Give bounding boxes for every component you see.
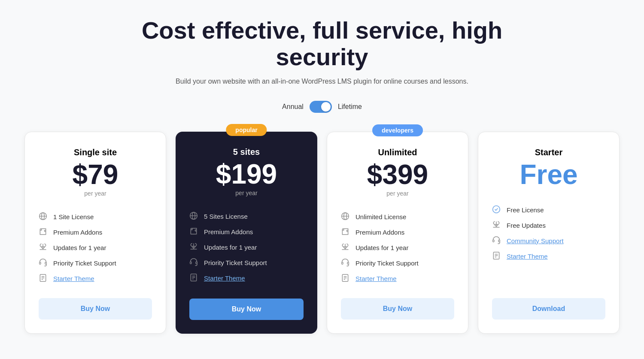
globe-icon — [39, 212, 48, 221]
svg-rect-22 — [347, 262, 349, 264]
document-icon — [341, 274, 350, 283]
feature-item: Starter Theme — [492, 248, 605, 264]
toggle-track[interactable] — [310, 101, 332, 113]
feature-item: Community Support — [492, 233, 605, 248]
annual-label: Annual — [282, 103, 304, 111]
document-icon — [189, 273, 199, 283]
feature-text: Updates for 1 year — [53, 244, 106, 251]
feature-text: Updates for 1 year — [355, 244, 408, 251]
feature-item: Priority Ticket Support — [189, 255, 304, 270]
globe-icon — [189, 211, 199, 221]
plan-name-starter: Starter — [492, 148, 605, 157]
feature-text: Updates for 1 year — [204, 244, 257, 251]
feature-item: Starter Theme — [189, 270, 304, 286]
feature-text: Premium Addons — [355, 229, 404, 236]
plan-price-starter: Free — [492, 161, 605, 188]
download-icon — [189, 242, 199, 252]
pricing-card-starter: StarterFree Free License Free Updates Co… — [478, 132, 620, 334]
plan-price-unlimited: $399 — [341, 161, 454, 188]
feature-item: 1 Site License — [39, 209, 152, 224]
page-title: Cost effective, full service, high secur… — [129, 17, 515, 70]
feature-text: 1 Site License — [53, 213, 94, 220]
download-icon — [492, 220, 501, 230]
download-icon — [341, 243, 350, 252]
feature-text: Priority Ticket Support — [355, 259, 419, 267]
feature-link[interactable]: Starter Theme — [355, 275, 397, 282]
pricing-card-five-sites: popular5 sites$199per year 5 Sites Licen… — [176, 132, 317, 334]
feature-text: Premium Addons — [204, 228, 253, 235]
plan-period-single-site: per year — [39, 190, 152, 197]
plan-name-five-sites: 5 sites — [189, 147, 304, 157]
plan-price-five-sites: $199 — [189, 160, 304, 188]
feature-item: Premium Addons — [341, 224, 454, 240]
svg-rect-21 — [342, 262, 343, 264]
toggle-thumb — [321, 102, 331, 112]
document-icon — [39, 274, 48, 283]
headset-icon — [39, 258, 48, 268]
billing-toggle[interactable]: Annual Lifetime — [282, 101, 362, 113]
feature-link[interactable]: Starter Theme — [53, 275, 94, 282]
feature-item: Updates for 1 year — [341, 240, 454, 255]
check-icon — [492, 205, 501, 214]
svg-rect-4 — [45, 262, 46, 264]
feature-item: Premium Addons — [189, 224, 304, 239]
feature-link[interactable]: Community Support — [507, 237, 564, 244]
feature-item: Updates for 1 year — [189, 239, 304, 255]
pricing-card-single-site: Single site$79per year 1 Site License Pr… — [24, 132, 166, 334]
headset-icon — [492, 236, 501, 245]
puzzle-icon — [341, 227, 350, 237]
feature-text: Free License — [507, 206, 544, 214]
headset-icon — [189, 258, 199, 267]
features-list-starter: Free License Free Updates Community Supp… — [492, 202, 605, 286]
feature-item: Starter Theme — [39, 271, 152, 286]
download-icon — [39, 243, 48, 252]
feature-item: Priority Ticket Support — [39, 255, 152, 271]
feature-item: Premium Addons — [39, 224, 152, 240]
cta-button-unlimited[interactable]: Buy Now — [341, 298, 454, 320]
svg-point-27 — [493, 206, 500, 213]
plan-name-unlimited: Unlimited — [341, 148, 454, 157]
feature-item: Unlimited License — [341, 209, 454, 224]
cta-button-five-sites[interactable]: Buy Now — [189, 299, 304, 320]
plan-period-unlimited: per year — [341, 190, 454, 197]
cta-button-single-site[interactable]: Buy Now — [39, 298, 152, 320]
features-list-unlimited: Unlimited License Premium Addons Updates… — [341, 209, 454, 286]
badge-popular: popular — [226, 124, 267, 136]
plan-period-five-sites: per year — [189, 190, 304, 196]
feature-item: Updates for 1 year — [39, 240, 152, 255]
feature-item: Free License — [492, 202, 605, 217]
page-subtitle: Build your own website with an all-in-on… — [176, 78, 468, 85]
svg-rect-13 — [196, 262, 197, 264]
cta-button-starter[interactable]: Download — [492, 298, 605, 320]
feature-link[interactable]: Starter Theme — [507, 253, 548, 260]
svg-rect-28 — [493, 240, 494, 242]
feature-text: 5 Sites License — [204, 213, 248, 220]
plan-name-single-site: Single site — [39, 148, 152, 157]
pricing-card-unlimited: developersUnlimited$399per year Unlimite… — [327, 132, 468, 334]
feature-item: 5 Sites License — [189, 208, 304, 224]
feature-item: Free Updates — [492, 217, 605, 233]
feature-text: Premium Addons — [53, 229, 102, 236]
features-list-single-site: 1 Site License Premium Addons Updates fo… — [39, 209, 152, 286]
pricing-cards: Single site$79per year 1 Site License Pr… — [21, 132, 623, 334]
puzzle-icon — [189, 227, 199, 236]
feature-item: Starter Theme — [341, 271, 454, 286]
features-list-five-sites: 5 Sites License Premium Addons Updates f… — [189, 208, 304, 287]
puzzle-icon — [39, 227, 48, 237]
headset-icon — [341, 258, 350, 268]
feature-text: Unlimited License — [355, 213, 406, 220]
badge-developers: developers — [372, 124, 423, 136]
lifetime-label: Lifetime — [338, 103, 362, 111]
svg-rect-3 — [39, 262, 41, 264]
globe-icon — [341, 212, 350, 221]
feature-item: Priority Ticket Support — [341, 255, 454, 271]
plan-price-single-site: $79 — [39, 161, 152, 188]
feature-text: Free Updates — [507, 222, 546, 229]
document-icon — [492, 251, 501, 261]
svg-rect-29 — [498, 240, 500, 242]
feature-text: Priority Ticket Support — [53, 259, 116, 267]
svg-rect-12 — [190, 262, 191, 264]
feature-text: Priority Ticket Support — [204, 259, 267, 266]
feature-link[interactable]: Starter Theme — [204, 275, 245, 282]
